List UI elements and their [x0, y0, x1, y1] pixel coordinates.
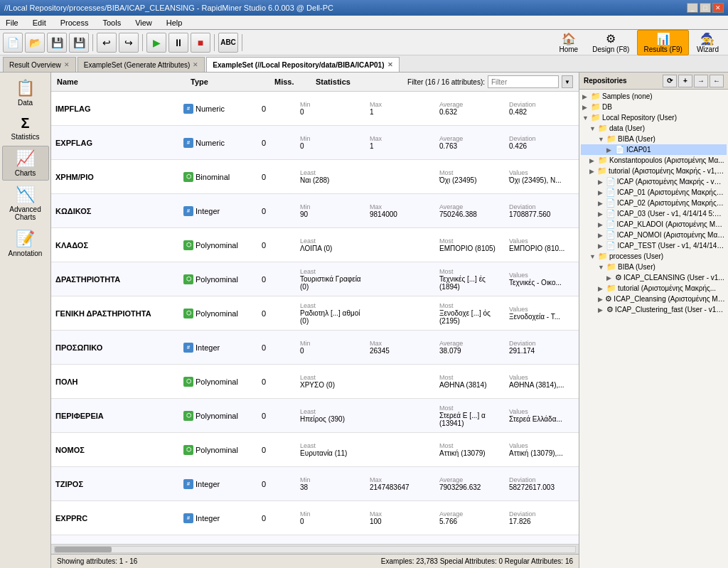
cell-name: ΝΟΜΟΣ	[51, 433, 179, 466]
toolbar-open[interactable]: 📂	[25, 33, 45, 53]
results-icon: 📊	[656, 32, 670, 45]
cell-miss: 0	[257, 92, 293, 125]
tree-item[interactable]: ▶📁Konstantopoulos (Αριστομένης Μα...	[581, 155, 727, 166]
tree-item[interactable]: ▶📄ICAP_01 (Αριστομένης Μακρής - v1...	[581, 187, 727, 198]
repo-btn-2[interactable]: +	[678, 75, 692, 87]
stat-value: 1	[370, 142, 432, 150]
minimize-button[interactable]: _	[687, 3, 698, 13]
tree-item[interactable]: ▶📄ICAP_NOMOI (Αριστομένης Μακρής...	[581, 230, 727, 240]
table-row[interactable]: IMPFLAG#Numeric0Min0Max1Average0.632Devi…	[51, 92, 579, 126]
filter-dropdown[interactable]: ▼	[562, 75, 573, 88]
repo-btn-4[interactable]: ←	[710, 75, 724, 87]
maximize-button[interactable]: □	[700, 3, 711, 13]
toolbar-save[interactable]: 💾	[47, 33, 67, 53]
tree-item[interactable]: ▼📁processes (User)	[581, 251, 727, 262]
window-controls[interactable]: _ □ ✕	[687, 3, 724, 13]
horizontal-scrollbar[interactable]	[51, 544, 579, 554]
tree-node-icon: 📄	[606, 241, 616, 250]
tree-item[interactable]: ▶📄ICAP (Αριστομένης Μακρής - v1, 3/1...	[581, 176, 727, 187]
table-row[interactable]: ΠΕΡΙΦΕΡΕΙΑ⬡Polynominal0LeastΗπείρος (390…	[51, 399, 579, 433]
sidebar-item-annotation[interactable]: 📝 Annotation	[2, 226, 49, 261]
type-label: Polynominal	[196, 309, 238, 318]
tree-item[interactable]: ▶📁DB	[581, 102, 727, 112]
wizard-button[interactable]: 🧙 Wizard	[690, 30, 725, 55]
tree-toggle-icon: ▶	[606, 146, 615, 154]
toolbar-pause[interactable]: ⏸	[168, 33, 188, 53]
menu-view[interactable]: View	[132, 18, 155, 28]
toolbar-undo[interactable]: ↩	[97, 33, 117, 53]
type-label: Polynominal	[196, 446, 238, 454]
tree-item[interactable]: ▶📄ICAP_03 (User - v1, 4/14/14 5:04 P...	[581, 208, 727, 219]
table-row[interactable]: IMPPRC#Integer0Min0Max100Average22.394De…	[51, 535, 579, 544]
table-row[interactable]: EXPFLAG#Numeric0Min0Max1Average0.763Devi…	[51, 126, 579, 160]
stat-label: Min	[300, 340, 363, 347]
table-row[interactable]: EXPPRC#Integer0Min0Max100Average5.766Dev…	[51, 501, 579, 535]
stat-label: Average	[439, 340, 502, 347]
sidebar-item-data[interactable]: 📋 Data	[2, 75, 49, 110]
tree-item[interactable]: ▶📄ICAP_KLADOI (Αριστομένης Μακρής...	[581, 219, 727, 230]
tree-item[interactable]: ▼📁BIBA (User)	[581, 134, 727, 144]
menu-process[interactable]: Process	[58, 18, 92, 28]
table-row[interactable]: ΠΡΟΣΩΠΙΚΟ#Integer0Min0Max26345Average38.…	[51, 331, 579, 365]
table-row[interactable]: ΚΛΑΔΟΣ⬡Polynominal0LeastΛΟΙΠΑ (0)MostΕΜΠ…	[51, 228, 579, 262]
sidebar-item-statistics[interactable]: Σ Statistics	[2, 112, 49, 144]
table-row[interactable]: ΧΡΗΜ/ΡΙΟ⬡Binominal0LeastΝαι (288)MostΌχι…	[51, 160, 579, 194]
tab-exampleset-icap01[interactable]: ExampleSet (//Local Repository/data/BIBA…	[206, 57, 399, 72]
tree-item[interactable]: ▶📄ICAP_02 (Αριστομένης Μακρής - v1...	[581, 198, 727, 208]
stat-block: Min0	[297, 134, 365, 151]
tree-toggle-icon: ▼	[598, 136, 606, 143]
toolbar-stop[interactable]: ■	[191, 33, 210, 53]
tree-item[interactable]: ▼📁Local Repository (User)	[581, 112, 727, 123]
stat-block: LeastΡαδιοτηλ [...] αθμοί (0)	[297, 301, 365, 326]
close-button[interactable]: ✕	[712, 3, 724, 13]
tree-item[interactable]: ▶📁tutorial (Αριστομένης Μακρής - v1, 3/1…	[581, 166, 727, 176]
close-tab-1[interactable]: ✕	[193, 61, 198, 68]
sidebar-item-charts[interactable]: 📈 Charts	[2, 146, 49, 181]
repo-btn-3[interactable]: →	[694, 75, 708, 87]
close-tab-0[interactable]: ✕	[64, 61, 70, 68]
tree-item[interactable]: ▶📄ICAP_TEST (User - v1, 4/14/14 5:...	[581, 240, 727, 251]
stat-block: Min38	[297, 475, 365, 493]
design-button[interactable]: ⚙ Design (F8)	[586, 30, 636, 55]
menu-file[interactable]: File	[3, 18, 21, 28]
tree-item[interactable]: ▼📁BIBA (User)	[581, 262, 727, 272]
toolbar-abc[interactable]: ABC	[218, 33, 238, 53]
menu-edit[interactable]: Edit	[30, 18, 49, 28]
stat-label: Max	[370, 510, 432, 518]
toolbar-run[interactable]: ▶	[146, 33, 166, 53]
tab-generate-attributes[interactable]: ExampleSet (Generate Attributes) ✕	[77, 57, 205, 72]
home-button[interactable]: 🏠 Home	[552, 30, 584, 55]
tree-label: ICAP_KLADOI (Αριστομένης Μακρής...	[617, 220, 725, 228]
table-row[interactable]: ΔΡΑΣΤΗΡΙΟΤΗΤΑ⬡Polynominal0LeastΤουριστικ…	[51, 262, 579, 296]
tree-item[interactable]: ▶⚙ICAP_CLEANSING (User - v1...	[581, 272, 727, 283]
stat-label: Deviation	[509, 203, 572, 210]
toolbar-redo[interactable]: ↪	[119, 33, 139, 53]
menu-help[interactable]: Help	[164, 18, 186, 28]
stat-label: Most	[439, 374, 502, 381]
stat-label: Least	[300, 302, 363, 309]
table-row[interactable]: ΓΕΝΙΚΗ ΔΡΑΣΤΗΡΙΟΤΗΤΑ⬡Polynominal0LeastΡα…	[51, 296, 579, 331]
tree-item[interactable]: ▶⚙ICAP_Clustering_fast (User - v1_...	[581, 304, 727, 315]
close-tab-2[interactable]: ✕	[387, 61, 393, 68]
tree-item[interactable]: ▼📁data (User)	[581, 123, 727, 134]
results-button[interactable]: 📊 Results (F9)	[637, 30, 688, 55]
table-row[interactable]: ΚΩΔΙΚΟΣ#Integer0Min90Max9814000Average75…	[51, 194, 579, 228]
tree-item[interactable]: ▶📁Samples (none)	[581, 91, 727, 102]
tree-label: tutorial (Αριστομένης Μακρής - v1, 3/1..…	[609, 167, 725, 175]
table-row[interactable]: ΝΟΜΟΣ⬡Polynominal0LeastΕυρυτανία (11)Mos…	[51, 433, 579, 467]
stat-block: ValuesΑττική (13079),...	[506, 441, 574, 459]
filter-input[interactable]	[488, 75, 559, 88]
repo-btn-1[interactable]: ⟳	[663, 75, 677, 87]
tab-result-overview[interactable]: Result Overview ✕	[3, 57, 76, 72]
cell-miss: 0	[257, 194, 293, 227]
toolbar-save2[interactable]: 💾	[69, 33, 89, 53]
toolbar-new[interactable]: 📄	[3, 33, 23, 53]
table-row[interactable]: ΠΟΛΗ⬡Polynominal0LeastΧΡΥΣΟ (0)MostΑΘΗΝΑ…	[51, 365, 579, 399]
menu-tools[interactable]: Tools	[100, 18, 124, 28]
table-row[interactable]: ΤΖΙΡΟΣ#Integer0Min38Max2147483647Average…	[51, 467, 579, 501]
tree-item[interactable]: ▶📁tutorial (Αριστομένης Μακρής...	[581, 283, 727, 294]
tree-item[interactable]: ▶📄ICAP01	[581, 144, 727, 155]
tree-node-icon: ⚙	[606, 305, 614, 314]
sidebar-item-advanced-charts[interactable]: 📉 Advanced Charts	[2, 182, 49, 225]
tree-item[interactable]: ▶⚙ICAP_Cleansing (Αριστομένης Μακρής...	[581, 294, 727, 304]
